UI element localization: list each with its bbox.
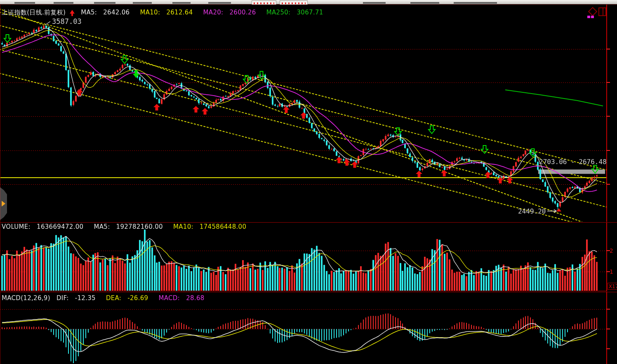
vol-ma5-value: 192782160.00 [116, 223, 163, 230]
ma10-value: 2612.64 [166, 9, 193, 16]
main-chart-canvas[interactable] [0, 5, 617, 222]
ma5-value: 2642.06 [103, 9, 130, 16]
main-chart-header: 上证指数(日线.前复权) MA5: 2642.06 MA10: 2612.64 … [2, 9, 332, 16]
macd-pane-canvas[interactable] [0, 292, 617, 364]
macd-value-label: MACD: [159, 294, 180, 302]
clipped-red-text [254, 2, 274, 4]
dea-value: -26.69 [127, 294, 148, 302]
gap-range-label: 2703.06 - 2676.48 [539, 158, 607, 166]
symbol-title: 上证指数(日线.前复权) [2, 9, 66, 16]
dif-value: -12.35 [75, 294, 96, 302]
macd-value: 28.68 [186, 294, 204, 302]
low-price-label: 2449.20 [518, 207, 546, 215]
ma10-label: MA10: [140, 9, 160, 16]
vol-ma10-label: MA10: [173, 223, 193, 230]
window-divider [603, 8, 603, 15]
up-arrow-icon [70, 10, 75, 14]
menubar-fragment [208, 2, 231, 4]
volume-axis-tick-2: 2 [610, 247, 613, 254]
menu-bar[interactable] [0, 0, 617, 5]
magenta-marker-icon [591, 16, 594, 18]
window-layout-icon[interactable] [598, 7, 606, 16]
volume-value: 163669472.00 [37, 223, 83, 230]
ma5-label: MA5: [81, 9, 97, 16]
peak-price-label: 3587.03 [52, 17, 82, 26]
volume-label: VOLUME: [2, 223, 31, 230]
volume-header: VOLUME: 163669472.00 MA5: 192782160.00 M… [2, 223, 254, 230]
clipped-red-text [282, 2, 306, 4]
ma20-label: MA20: [203, 9, 224, 16]
menubar-fragment [133, 2, 152, 4]
macd-params-label: MACD(12,26,9) [2, 294, 50, 302]
vol-ma5-label: MA5: [94, 223, 110, 230]
menubar-fragment [14, 2, 35, 4]
dif-label: DIF: [57, 294, 69, 302]
menubar-fragment [363, 2, 386, 4]
menubar-field[interactable] [252, 0, 276, 5]
menubar-field[interactable] [280, 0, 308, 5]
magenta-marker-icon [587, 16, 590, 18]
chevron-right-icon [2, 201, 5, 207]
dea-label: DEA: [106, 294, 121, 302]
macd-header: MACD(12,26,9) DIF: -12.35 DEA: -26.69 MA… [2, 294, 213, 302]
menubar-fragment [172, 2, 191, 4]
vol-ma10-value: 174586448.00 [200, 223, 246, 230]
menubar-fragment [94, 2, 115, 4]
ma250-label: MA250: [266, 9, 291, 16]
menubar-fragment [410, 2, 439, 4]
x-scale-label: X17 [608, 283, 617, 290]
volume-axis-tick-1: 1 [610, 268, 613, 275]
volume-pane-canvas[interactable] [0, 222, 617, 291]
menubar-fragment [54, 2, 73, 4]
ma250-value: 3067.71 [297, 9, 323, 16]
ma20-value: 2600.26 [230, 9, 256, 16]
menubar-fragment [454, 2, 497, 4]
